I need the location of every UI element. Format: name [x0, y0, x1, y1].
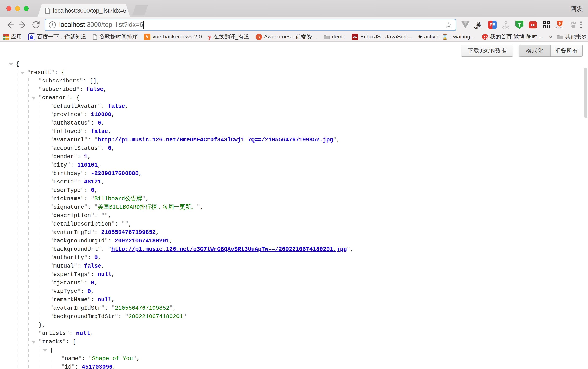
json-token: " [115, 313, 118, 320]
echojs-icon: JS [352, 34, 358, 40]
collapse-triangle-icon[interactable] [32, 341, 36, 344]
json-value: 110101 [77, 162, 98, 168]
video-downloader-icon[interactable]: ▶▶ [529, 21, 537, 29]
tampermonkey-icon[interactable]: T [515, 21, 524, 29]
bookmark-demo-folder[interactable]: demo [324, 33, 345, 40]
paw-extension-icon[interactable] [569, 21, 578, 29]
download-json-button[interactable]: 下载JSON数据 [461, 45, 513, 57]
json-value: false [84, 263, 101, 269]
json-token: " [111, 221, 115, 227]
close-window-button[interactable] [6, 6, 11, 11]
json-key: accountStatus [53, 145, 98, 151]
bookmark-youdao[interactable]: y 在线翻译_有道 [208, 33, 249, 40]
json-token: , [136, 356, 140, 362]
json-token: " [66, 95, 69, 101]
json-token: " [84, 137, 87, 143]
active-tab[interactable]: localhost:3000/top_list?idx=6 × [38, 4, 130, 17]
json-key: creator [42, 95, 66, 101]
sitemap-extension-icon[interactable] [502, 21, 510, 29]
zoom-window-button[interactable] [24, 6, 29, 11]
awesomes-icon: A [256, 34, 262, 40]
qr-code-icon[interactable] [542, 21, 550, 29]
chrome-menu-icon[interactable] [580, 21, 582, 28]
json-token: , [139, 170, 142, 177]
json-line: "avatarImgId": 2105564767199852, [0, 228, 588, 237]
json-line: "id": 451703096, [0, 363, 588, 369]
bookmark-apps[interactable]: 应用 [3, 33, 22, 40]
json-token: " [74, 263, 77, 269]
bookmark-active-waiting[interactable]: ♥ active: ⌛ - waiting… [418, 33, 476, 40]
json-token: , [101, 263, 105, 269]
html5-player-icon[interactable]: 5 PLAYER [556, 21, 564, 29]
bookmark-label: 谷歌按时间排序 [99, 33, 138, 40]
json-token: " [105, 238, 108, 244]
json-link[interactable]: http://p1.music.126.net/BmeUMF4Cr0f343lC… [98, 137, 333, 143]
json-token: " [50, 271, 53, 278]
json-line: "creator": { [0, 94, 588, 102]
json-value: 0 [108, 145, 111, 151]
bookmark-star-icon[interactable]: ☆ [445, 21, 452, 29]
json-string-value: 2105564767199852 [115, 305, 169, 311]
json-token: , [111, 145, 115, 151]
fe-extension-icon[interactable]: FE [488, 21, 497, 29]
json-token: " [50, 170, 53, 177]
translate-extension-icon[interactable]: 英 en [475, 21, 483, 29]
json-token: " [77, 288, 81, 295]
json-token: , [111, 271, 115, 278]
json-token: " [67, 162, 70, 168]
other-bookmarks-folder[interactable]: 其他书签 [557, 33, 587, 40]
json-token: " [183, 313, 186, 320]
json-token: : [69, 330, 76, 337]
bookmark-vue-hackernews[interactable]: V vue-hackernews-2.0 [144, 33, 202, 40]
address-bar[interactable]: i localhost:3000/top_list?idx=6 ☆ [45, 19, 456, 31]
minimize-window-button[interactable] [15, 6, 20, 11]
json-token: : [81, 288, 87, 295]
format-button[interactable]: 格式化 [519, 45, 550, 56]
json-token: : [84, 280, 91, 286]
json-token: " [50, 154, 53, 160]
json-token: " [50, 111, 53, 118]
url-text[interactable]: localhost:3000/top_list?idx=6 [59, 21, 144, 29]
json-key: backgroundUrl [53, 246, 98, 252]
collapse-all-button[interactable]: 折叠所有 [550, 45, 582, 56]
collapse-triangle-icon[interactable] [9, 63, 13, 66]
json-token: , [111, 111, 115, 118]
bookmark-baidu[interactable]: 百度一下，你就知道 [28, 33, 86, 40]
new-tab-button[interactable] [132, 5, 148, 15]
bookmark-echojs[interactable]: JS Echo JS - JavaScri… [352, 33, 412, 40]
json-value: 48171 [84, 179, 101, 185]
bookmark-google-sort[interactable]: 谷歌按时间排序 [93, 33, 138, 40]
back-button[interactable] [5, 20, 15, 30]
json-token: " [105, 212, 108, 219]
json-token: , [113, 364, 116, 369]
json-line: "followed": false, [0, 127, 588, 136]
json-token: : [84, 128, 91, 135]
json-token: " [76, 86, 79, 93]
json-token: " [84, 255, 87, 261]
forward-button[interactable] [18, 20, 28, 30]
collapse-triangle-icon[interactable] [32, 97, 36, 100]
bookmark-awesomes[interactable]: A Awesomes - 前端资… [256, 33, 318, 40]
profile-name: 阿发 [570, 5, 583, 13]
scrollbar-thumb[interactable] [584, 68, 587, 118]
json-key: gender [53, 154, 74, 160]
json-token: , [350, 246, 354, 252]
tab-strip: localhost:3000/top_list?idx=6 × 阿发 [0, 0, 588, 17]
collapse-triangle-icon[interactable] [43, 349, 47, 352]
bookmark-weibo[interactable]: 我的首页 微博-随时… [482, 33, 543, 40]
json-key: avatarImgIdStr [53, 305, 101, 311]
youdao-icon: y [208, 33, 211, 40]
page-info-icon[interactable]: i [49, 21, 56, 28]
json-key: description [53, 212, 91, 219]
json-token: { [76, 95, 79, 101]
reload-button[interactable] [32, 20, 41, 30]
collapse-triangle-icon[interactable] [20, 71, 24, 74]
json-value: 0 [87, 288, 91, 295]
bookmark-label: 其他书签 [565, 33, 587, 40]
json-value: 110000 [91, 111, 111, 118]
json-line: "backgroundImgId": 2002210674180201, [0, 237, 588, 245]
json-link[interactable]: http://p1.music.126.net/o3G7lWrGBQAvSRt3… [111, 246, 347, 252]
bookmarks-overflow-chevron[interactable]: » [549, 33, 553, 40]
json-value: 0 [91, 280, 94, 286]
vue-devtools-icon[interactable] [461, 21, 470, 29]
